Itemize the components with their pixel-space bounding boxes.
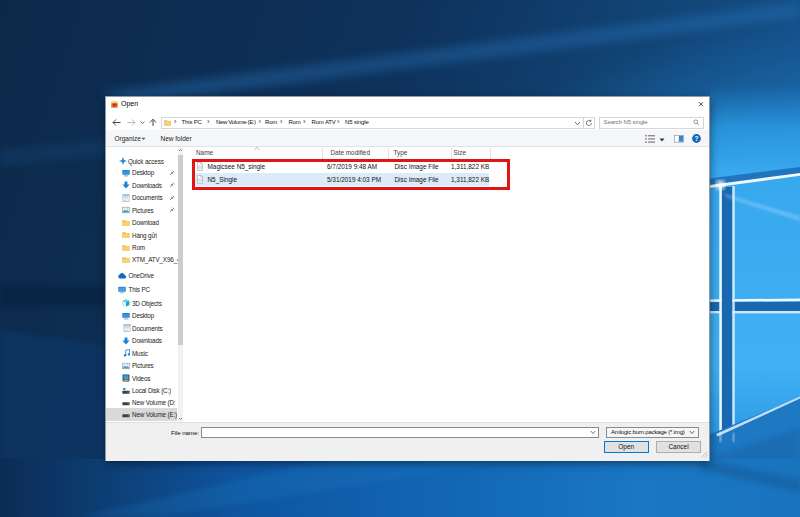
svg-text:?: ?	[695, 135, 699, 142]
